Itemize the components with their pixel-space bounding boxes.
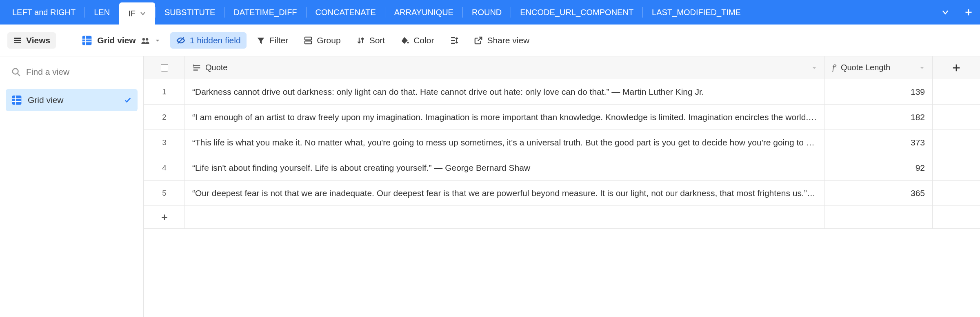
table-tab[interactable]: SUBSTITUTE — [156, 0, 224, 25]
row-number[interactable]: 2 — [144, 105, 185, 129]
row-number[interactable]: 5 — [144, 181, 185, 205]
cell-quote[interactable]: “I am enough of an artist to draw freely… — [185, 105, 825, 129]
row-number[interactable]: 4 — [144, 155, 185, 180]
tab-bar-actions — [934, 0, 980, 25]
caret-down-icon[interactable] — [919, 65, 925, 71]
cell-text: “Life isn't about finding yourself. Life… — [192, 163, 817, 173]
tab-label: IF — [128, 9, 136, 18]
select-all-checkbox[interactable] — [161, 64, 168, 71]
table-tab[interactable]: LEFT and RIGHT — [3, 0, 84, 25]
svg-rect-0 — [82, 36, 92, 45]
share-view-button[interactable]: Share view — [468, 32, 535, 49]
cell-quote-length[interactable]: 373 — [825, 130, 933, 155]
caret-down-icon[interactable] — [811, 65, 817, 71]
table-tab[interactable]: LEN — [85, 0, 119, 25]
row-number[interactable]: 1 — [144, 79, 185, 104]
sidebar-view-item[interactable]: Grid view — [6, 89, 138, 111]
view-toolbar: Views Grid view 1 hidden field Filter Gr… — [0, 25, 980, 56]
grid-rows: 1“Darkness cannot drive out darkness: on… — [144, 79, 980, 206]
plus-icon — [952, 63, 961, 72]
row-height-button[interactable] — [444, 33, 464, 48]
table-tab[interactable]: ENCODE_URL_COMPONENT — [511, 0, 642, 25]
cell-quote-length[interactable]: 182 — [825, 105, 933, 129]
group-button[interactable]: Group — [298, 32, 346, 49]
grid-row[interactable]: 4“Life isn't about finding yourself. Lif… — [144, 155, 980, 181]
plus-icon — [161, 214, 168, 221]
cell-quote-length[interactable]: 139 — [825, 79, 933, 104]
column-header-quote[interactable]: Quote — [185, 56, 825, 79]
grid-row[interactable]: 2“I am enough of an artist to draw freel… — [144, 105, 980, 130]
sort-button[interactable]: Sort — [351, 32, 391, 49]
plus-icon — [964, 8, 973, 16]
group-label: Group — [317, 36, 340, 45]
add-row-plus[interactable] — [144, 206, 185, 228]
cell-quote[interactable]: “Life isn't about finding yourself. Life… — [185, 155, 825, 180]
data-grid: Quote fx Quote Length — [144, 56, 980, 317]
cell-text: “I am enough of an artist to draw freely… — [192, 112, 817, 122]
views-button[interactable]: Views — [7, 32, 56, 49]
add-row-button[interactable] — [144, 206, 980, 229]
table-tab[interactable]: CONCATENATE — [307, 0, 385, 25]
hidden-fields-button[interactable]: 1 hidden field — [170, 32, 247, 49]
eye-off-icon — [176, 36, 186, 45]
more-tabs-button[interactable] — [934, 8, 957, 16]
cell-quote-length[interactable]: 92 — [825, 155, 933, 180]
tab-separator — [750, 7, 750, 18]
row-number[interactable]: 3 — [144, 130, 185, 155]
views-label: Views — [26, 36, 50, 45]
add-table-button[interactable] — [957, 8, 980, 16]
svg-point-1 — [142, 38, 144, 40]
sort-label: Sort — [369, 36, 385, 45]
table-tab[interactable]: DATETIME_DIFF — [224, 0, 306, 25]
empty-cell — [933, 105, 980, 129]
empty-cell — [933, 130, 980, 155]
chevron-down-icon — [941, 8, 949, 16]
cell-text: “This life is what you make it. No matte… — [192, 138, 817, 147]
cell-quote[interactable]: “This life is what you make it. No matte… — [185, 130, 825, 155]
search-icon — [11, 67, 20, 76]
current-view-button[interactable]: Grid view — [76, 32, 166, 49]
paint-bucket-icon — [400, 36, 409, 45]
grid-row[interactable]: 3“This life is what you make it. No matt… — [144, 130, 980, 155]
tab-label: DATETIME_DIFF — [233, 8, 297, 17]
group-icon — [304, 36, 313, 45]
grid-row[interactable]: 1“Darkness cannot drive out darkness: on… — [144, 79, 980, 105]
add-field-cell[interactable] — [933, 56, 980, 79]
sidebar-view-label: Grid view — [28, 95, 64, 105]
grid-icon — [11, 95, 22, 105]
tab-label: ENCODE_URL_COMPONENT — [520, 8, 633, 17]
menu-icon — [13, 36, 22, 45]
find-view-search[interactable] — [6, 62, 138, 82]
formula-icon: fx — [832, 63, 837, 72]
cell-value: 365 — [911, 188, 925, 198]
row-height-icon — [449, 36, 458, 45]
tab-label: CONCATENATE — [316, 8, 376, 17]
chevron-down-icon[interactable] — [140, 10, 146, 17]
column-header-quote-length[interactable]: fx Quote Length — [825, 56, 933, 79]
filter-button[interactable]: Filter — [251, 32, 294, 49]
tab-label: LEN — [94, 8, 110, 17]
table-tab[interactable]: ARRAYUNIQUE — [385, 0, 462, 25]
hidden-fields-label: 1 hidden field — [190, 36, 241, 45]
tab-label: ROUND — [472, 8, 502, 17]
cell-value: 139 — [911, 87, 925, 97]
table-tab[interactable]: LAST_MODIFIED_TIME — [643, 0, 750, 25]
grid-icon — [82, 35, 92, 46]
table-tab-active[interactable]: IF — [119, 2, 155, 25]
column-header-label: Quote — [205, 63, 227, 72]
svg-rect-5 — [305, 41, 312, 44]
cell-quote-length[interactable]: 365 — [825, 181, 933, 205]
cell-quote[interactable]: “Our deepest fear is not that we are ina… — [185, 181, 825, 205]
grid-row[interactable]: 5“Our deepest fear is not that we are in… — [144, 181, 980, 206]
find-view-input[interactable] — [26, 67, 133, 77]
select-all-cell[interactable] — [144, 56, 185, 79]
sort-icon — [356, 36, 365, 45]
empty-cell — [185, 206, 825, 228]
svg-point-7 — [13, 69, 18, 74]
table-tab[interactable]: ROUND — [463, 0, 511, 25]
color-button[interactable]: Color — [395, 32, 440, 49]
column-header-label: Quote Length — [841, 63, 890, 72]
svg-point-2 — [146, 38, 148, 40]
tab-label: LEFT and RIGHT — [12, 8, 76, 17]
cell-quote[interactable]: “Darkness cannot drive out darkness: onl… — [185, 79, 825, 104]
